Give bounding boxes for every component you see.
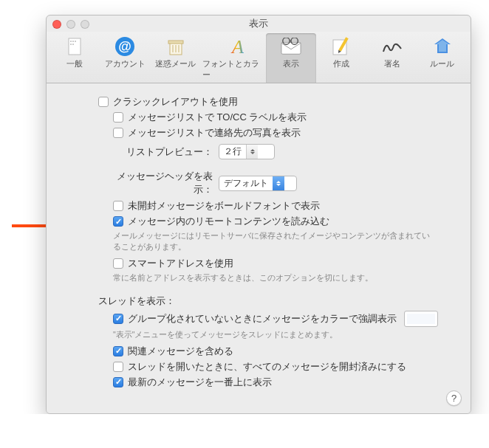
label: メッセージ内のリモートコンテンツを読み込む — [128, 215, 329, 228]
tab-junk[interactable]: 迷惑メール — [151, 33, 201, 83]
svg-text:@: @ — [119, 39, 132, 54]
tab-label: フォントとカラー — [202, 58, 264, 80]
chevron-updown-icon — [246, 145, 258, 159]
option-bold-unread: 未開封メッセージをボールドフォントで表示 — [113, 199, 456, 213]
trash-icon — [165, 36, 186, 57]
option-smart-address: スマートアドレスを使用 — [113, 257, 456, 270]
tab-label: 作成 — [333, 58, 349, 69]
option-thread-color: ✓ グループ化されていないときにメッセージをカラーで強調表示 — [113, 311, 456, 327]
tab-fonts-colors[interactable]: A フォントとカラー — [201, 33, 266, 83]
checkbox-smart-address[interactable] — [113, 258, 123, 269]
label: 関連メッセージを含める — [128, 345, 233, 358]
checkbox-contact-photo[interactable] — [113, 128, 123, 138]
tab-label: 署名 — [384, 58, 400, 69]
select-value: デフォルト — [224, 177, 268, 190]
label: メッセージリストで連絡先の写真を表示 — [128, 126, 301, 139]
thread-header: スレッドを表示： — [98, 294, 175, 308]
label: スレッドを開いたときに、すべてのメッセージを開封済みにする — [128, 360, 406, 373]
signature-icon — [382, 36, 403, 57]
tab-accounts[interactable]: @ アカウント — [100, 33, 150, 83]
tab-composing[interactable]: 作成 — [316, 33, 366, 83]
list-preview-select[interactable]: ２行 — [219, 144, 275, 159]
thread-color-swatch[interactable] — [404, 311, 438, 327]
toolbar: 一般 @ アカウント 迷惑メール A フォントとカラー 表示 — [47, 32, 471, 83]
help-button[interactable]: ? — [446, 390, 462, 406]
header-select[interactable]: デフォルト — [219, 176, 297, 191]
checkbox-remote-content[interactable]: ✓ — [113, 216, 123, 227]
svg-text:A: A — [230, 37, 244, 56]
label: グループ化されていないときにメッセージをカラーで強調表示 — [128, 312, 397, 325]
label: スマートアドレスを使用 — [128, 257, 233, 270]
label: 未開封メッセージをボールドフォントで表示 — [128, 199, 320, 213]
select-value: ２行 — [224, 145, 242, 158]
list-preview-label: リストプレビュー： — [98, 145, 213, 159]
checkbox-thread-latest-top[interactable]: ✓ — [113, 377, 123, 387]
svg-rect-4 — [72, 41, 74, 42]
option-remote-content: ✓ メッセージ内のリモートコンテンツを読み込む — [113, 215, 456, 228]
option-tocc-label: メッセージリストで TO/CC ラベルを表示 — [113, 111, 456, 124]
header-label: メッセージヘッダを表示： — [98, 170, 213, 196]
tab-label: 表示 — [283, 58, 299, 69]
remote-content-note: メールメッセージにはリモートサーバに保存されたイメージやコンテンツが含まれている… — [113, 230, 456, 252]
content-pane: クラシックレイアウトを使用 メッセージリストで TO/CC ラベルを表示 メッセ… — [47, 83, 471, 413]
help-icon: ? — [451, 393, 456, 404]
svg-rect-3 — [70, 41, 72, 42]
svg-rect-11 — [168, 41, 183, 44]
option-thread-latest-top: ✓ 最新のメッセージを一番上に表示 — [113, 376, 456, 389]
checkbox-thread-related[interactable]: ✓ — [113, 346, 123, 356]
rules-icon — [432, 36, 453, 57]
tab-general[interactable]: 一般 — [49, 33, 100, 83]
general-icon — [64, 36, 85, 57]
svg-rect-7 — [72, 44, 74, 45]
window-title: 表示 — [47, 17, 471, 30]
svg-rect-5 — [75, 41, 76, 42]
font-icon: A — [223, 36, 244, 57]
label: メッセージリストで TO/CC ラベルを表示 — [128, 111, 307, 124]
option-contact-photo: メッセージリストで連絡先の写真を表示 — [113, 126, 456, 139]
tab-label: 迷惑メール — [155, 58, 196, 69]
checkbox-classic-layout[interactable] — [98, 97, 109, 107]
thread-color-note: "表示"メニューを使ってメッセージをスレッドにまとめます。 — [113, 329, 456, 340]
preferences-window: 表示 一般 @ アカウント 迷惑メール A フォントとカラー — [46, 15, 471, 414]
label: クラシックレイアウトを使用 — [113, 95, 238, 108]
compose-icon — [331, 36, 352, 57]
tab-viewing[interactable]: 表示 — [266, 33, 316, 83]
tab-label: ルール — [430, 58, 454, 69]
checkbox-thread-open-read[interactable] — [113, 362, 123, 372]
smart-address-note: 常に名前とアドレスを表示するときは、このオプションを切にします。 — [113, 272, 456, 283]
option-thread-related: ✓ 関連メッセージを含める — [113, 345, 456, 358]
tab-rules[interactable]: ルール — [417, 33, 468, 83]
checkbox-tocc[interactable] — [113, 112, 123, 123]
svg-rect-6 — [70, 44, 72, 45]
checkbox-thread-color[interactable]: ✓ — [113, 314, 123, 324]
at-icon: @ — [114, 36, 135, 57]
tab-signatures[interactable]: 署名 — [366, 33, 417, 83]
viewing-icon — [281, 36, 301, 57]
checkbox-bold-unread[interactable] — [113, 201, 123, 211]
titlebar: 表示 — [47, 15, 471, 32]
chevron-updown-icon — [273, 176, 284, 190]
label: 最新のメッセージを一番上に表示 — [128, 376, 272, 389]
tab-label: 一般 — [66, 58, 83, 69]
option-thread-open-read: スレッドを開いたときに、すべてのメッセージを開封済みにする — [113, 360, 456, 373]
tab-label: アカウント — [105, 58, 146, 69]
option-classic-layout: クラシックレイアウトを使用 — [98, 95, 456, 108]
